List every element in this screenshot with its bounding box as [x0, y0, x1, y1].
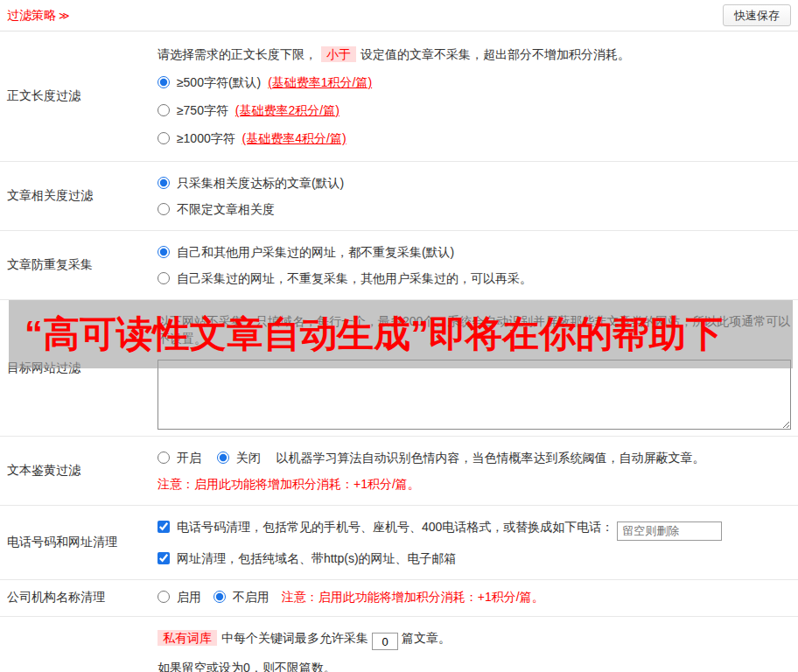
length-intro-pre: 请选择需求的正文长度下限，	[158, 47, 317, 61]
row-label-porn: 文本鉴黄过滤	[0, 437, 150, 505]
keyword-limit-line: 私有词库中每个关键词最多允许采集篇文章。	[158, 629, 791, 651]
row-label-length: 正文长度过滤	[0, 32, 150, 161]
dedup-self-radio[interactable]	[158, 272, 170, 284]
phone-clean-line: 电话号码清理，包括常见的手机号、座机号、400电话格式，或替换成如下电话：	[158, 518, 791, 541]
porn-toggle-line: 开启 关闭 以机器学习算法自动识别色情内容，当色情概率达到系统阈值，自动屏蔽文章…	[158, 449, 791, 466]
length-750-radio[interactable]	[158, 104, 170, 116]
length-1000-radio[interactable]	[158, 132, 170, 144]
dedup-content: 自己和其他用户采集过的网址，都不重复采集(默认) 自己采集过的网址，不重复采集，…	[150, 231, 798, 299]
dedup-option-all: 自己和其他用户采集过的网址，都不重复采集(默认)	[158, 243, 791, 261]
length-750-label: ≥750字符	[177, 103, 228, 117]
length-500-radio[interactable]	[158, 76, 170, 88]
dedup-option-self: 自己采集过的网址，不重复采集，其他用户采集过的，可以再采。	[158, 270, 791, 287]
porn-desc: 以机器学习算法自动识别色情内容，当色情概率达到系统阈值，自动屏蔽文章。	[276, 451, 705, 465]
chevron-double-icon: ≫	[59, 10, 70, 22]
url-clean-line: 网址清理，包括纯域名、带http(s)的网址、电子邮箱	[158, 550, 791, 567]
relevance-option-any: 不限定文章相关度	[158, 200, 791, 218]
porn-off-option[interactable]: 关闭	[217, 451, 264, 465]
row-label-company: 公司机构名称清理	[0, 580, 150, 616]
company-on-option[interactable]: 启用	[158, 590, 201, 606]
keyword-limit-mid: 中每个关键词最多允许采集	[221, 631, 368, 645]
company-on-label: 启用	[177, 590, 201, 604]
length-option-500: ≥500字符(默认) (基础费率1积分/篇)	[158, 74, 791, 91]
length-option-1000: ≥1000字符 (基础费率4积分/篇)	[158, 130, 791, 147]
row-porn-filter: 文本鉴黄过滤 开启 关闭 以机器学习算法自动识别色情内容，当色情概率达到系统阈值…	[0, 437, 798, 506]
dedup-all-label: 自己和其他用户采集过的网址，都不重复采集(默认)	[177, 245, 454, 259]
relevance-any-radio[interactable]	[158, 203, 170, 215]
phone-clean-label: 电话号码清理，包括常见的手机号、座机号、400电话格式，或替换成如下电话：	[177, 520, 613, 534]
less-than-badge: 小于	[321, 46, 356, 62]
porn-on-radio[interactable]	[158, 452, 170, 464]
porn-note: 注意：启用此功能将增加积分消耗：+1积分/篇。	[158, 475, 791, 493]
porn-off-radio[interactable]	[217, 452, 229, 464]
length-1000-label: ≥1000字符	[177, 131, 235, 145]
phone-clean-checkbox[interactable]	[158, 521, 170, 533]
length-1000-fee-link[interactable]: (基础费率4积分/篇)	[242, 131, 346, 145]
quick-save-button[interactable]: 快速保存	[723, 4, 791, 26]
length-option-750: ≥750字符 (基础费率2积分/篇)	[158, 102, 791, 119]
blocked-sites-textarea[interactable]	[158, 360, 791, 430]
url-clean-checkbox[interactable]	[158, 552, 170, 564]
length-content: 请选择需求的正文长度下限，小于设定值的文章不采集，超出部分不增加积分消耗。 ≥5…	[150, 32, 798, 161]
keyword-content: 私有词库中每个关键词最多允许采集篇文章。 如果留空或设为0，则不限篇数。 如果设…	[150, 617, 798, 672]
dedup-all-radio[interactable]	[158, 246, 170, 258]
company-off-option[interactable]: 不启用	[214, 590, 270, 606]
relevance-content: 只采集相关度达标的文章(默认) 不限定文章相关度	[150, 162, 798, 230]
phone-clean-option[interactable]: 电话号码清理，包括常见的手机号、座机号、400电话格式，或替换成如下电话：	[158, 520, 617, 534]
length-intro-post: 设定值的文章不采集，超出部分不增加积分消耗。	[360, 47, 630, 61]
relevance-any-label: 不限定文章相关度	[177, 202, 275, 216]
row-length-filter: 正文长度过滤 请选择需求的正文长度下限，小于设定值的文章不采集，超出部分不增加积…	[0, 32, 798, 162]
promo-overlay-text: “高可读性文章自动生成”即将在你的帮助下	[9, 310, 723, 359]
porn-off-label: 关闭	[236, 451, 261, 465]
relevance-strict-label: 只采集相关度达标的文章(默认)	[177, 176, 344, 190]
row-label-relevance: 文章相关度过滤	[0, 162, 150, 230]
company-content: 启用 不启用 注意：启用此功能将增加积分消耗：+1积分/篇。	[150, 580, 798, 616]
length-500-option[interactable]: ≥500字符(默认)	[158, 75, 264, 89]
length-500-label: ≥500字符(默认)	[177, 75, 261, 89]
keyword-note-zero: 如果留空或设为0，则不限篇数。	[158, 659, 791, 672]
phone-url-content: 电话号码清理，包括常见的手机号、座机号、400电话格式，或替换成如下电话： 网址…	[150, 506, 798, 579]
promo-overlay: “高可读性文章自动生成”即将在你的帮助下	[9, 300, 793, 368]
length-750-option[interactable]: ≥750字符	[158, 103, 232, 117]
url-clean-option[interactable]: 网址清理，包括纯域名、带http(s)的网址、电子邮箱	[158, 551, 457, 565]
private-lexicon-badge[interactable]: 私有词库	[158, 630, 217, 646]
relevance-strict-radio[interactable]	[158, 177, 170, 189]
length-1000-option[interactable]: ≥1000字符	[158, 131, 239, 145]
dedup-all-option[interactable]: 自己和其他用户采集过的网址，都不重复采集(默认)	[158, 245, 454, 259]
porn-on-label: 开启	[177, 451, 201, 465]
keyword-limit-end: 篇文章。	[402, 631, 451, 645]
topbar: 过滤策略≫ 快速保存	[0, 0, 798, 32]
row-label-dedup: 文章防重复采集	[0, 231, 150, 299]
row-keyword-dedup: 关键词防重复采集 私有词库中每个关键词最多允许采集篇文章。 如果留空或设为0，则…	[0, 617, 798, 672]
keyword-limit-input[interactable]	[372, 633, 398, 650]
row-company-cleanup: 公司机构名称清理 启用 不启用 注意：启用此功能将增加积分消耗：+1积分/篇。	[0, 580, 798, 617]
dedup-self-label: 自己采集过的网址，不重复采集，其他用户采集过的，可以再采。	[177, 271, 532, 285]
relevance-any-option[interactable]: 不限定文章相关度	[158, 202, 275, 216]
length-intro: 请选择需求的正文长度下限，小于设定值的文章不采集，超出部分不增加积分消耗。	[158, 46, 791, 63]
dedup-self-option[interactable]: 自己采集过的网址，不重复采集，其他用户采集过的，可以再采。	[158, 271, 532, 285]
row-relevance-filter: 文章相关度过滤 只采集相关度达标的文章(默认) 不限定文章相关度	[0, 162, 798, 231]
company-note: 注意：启用此功能将增加积分消耗：+1积分/篇。	[282, 590, 544, 606]
length-500-fee-link[interactable]: (基础费率1积分/篇)	[268, 75, 372, 89]
company-off-label: 不启用	[233, 590, 270, 604]
company-off-radio[interactable]	[214, 591, 226, 603]
length-750-fee-link[interactable]: (基础费率2积分/篇)	[235, 103, 340, 117]
company-on-radio[interactable]	[158, 591, 170, 603]
row-dedup-filter: 文章防重复采集 自己和其他用户采集过的网址，都不重复采集(默认) 自己采集过的网…	[0, 231, 798, 300]
row-label-phone-url: 电话号码和网址清理	[0, 506, 150, 579]
page-title[interactable]: 过滤策略≫	[7, 8, 70, 24]
porn-content: 开启 关闭 以机器学习算法自动识别色情内容，当色情概率达到系统阈值，自动屏蔽文章…	[150, 437, 798, 505]
porn-on-option[interactable]: 开启	[158, 451, 205, 465]
url-clean-label: 网址清理，包括纯域名、带http(s)的网址、电子邮箱	[177, 551, 457, 565]
page-title-text: 过滤策略	[7, 8, 56, 22]
replacement-phone-input[interactable]	[617, 522, 722, 541]
row-label-keyword: 关键词防重复采集	[0, 617, 150, 672]
relevance-strict-option[interactable]: 只采集相关度达标的文章(默认)	[158, 176, 344, 190]
relevance-option-strict: 只采集相关度达标的文章(默认)	[158, 174, 791, 192]
row-phone-url-cleanup: 电话号码和网址清理 电话号码清理，包括常见的手机号、座机号、400电话格式，或替…	[0, 506, 798, 580]
